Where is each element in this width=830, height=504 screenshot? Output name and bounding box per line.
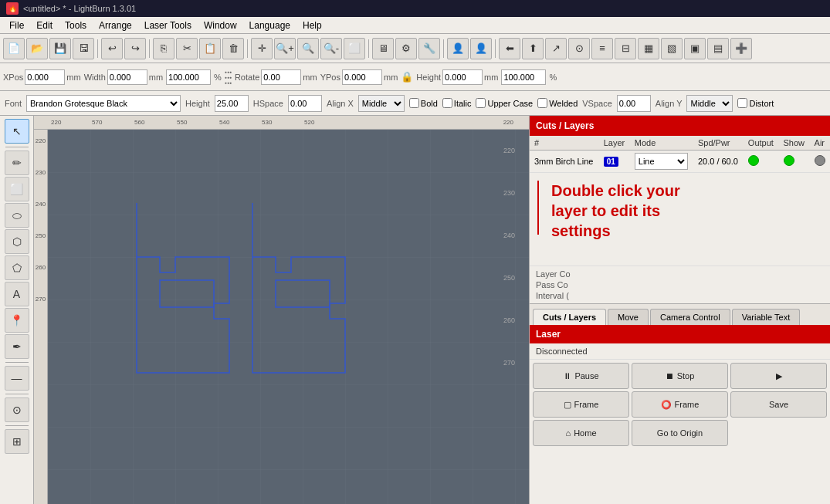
circle-tool-button[interactable]: ⊙ [5, 397, 29, 422]
point-tool-button[interactable]: 📍 [5, 308, 29, 333]
align-right-button[interactable]: ↗ [545, 38, 567, 59]
save-as-button[interactable]: 🖫 [73, 38, 94, 59]
font-height-input[interactable] [215, 95, 249, 112]
bold-checkbox[interactable] [409, 98, 419, 108]
pause-button[interactable]: ⏸ Pause [533, 363, 629, 389]
col-mode: Mode [630, 136, 693, 151]
mode-select[interactable]: Line Fill Offset Fill [635, 153, 688, 170]
save-button[interactable]: 💾 [49, 38, 71, 59]
height-input[interactable] [442, 69, 483, 85]
redo-button[interactable]: ↪ [124, 38, 146, 59]
line-tool-button[interactable]: — [5, 366, 29, 391]
upper-case-checkbox[interactable] [476, 98, 486, 108]
pause-icon: ⏸ [563, 371, 571, 381]
menu-laser-tools[interactable]: Laser Tools [138, 19, 198, 32]
menu-file[interactable]: File [3, 19, 30, 32]
align-left-button[interactable]: ⬅ [499, 38, 520, 59]
ungroup-button[interactable]: ▧ [661, 38, 683, 59]
add-layer-button[interactable]: ➕ [730, 38, 752, 59]
start-button[interactable]: ▶ [730, 363, 827, 389]
table-row[interactable]: 3mm Birch Line 01 Line Fill Offset Fill … [530, 151, 830, 173]
xpos-input[interactable] [25, 69, 65, 85]
rotate-label: Rotate [235, 73, 259, 82]
undo-button[interactable]: ↩ [101, 38, 123, 59]
hspace-input[interactable] [288, 95, 322, 112]
row-show [779, 151, 810, 173]
align-y-select[interactable]: Middle [686, 95, 733, 112]
rect-tool-button[interactable]: ⬜ [5, 177, 29, 201]
canvas[interactable]: 220 230 240 250 260 270 [48, 130, 529, 504]
align-center-button[interactable]: ⊙ [568, 38, 590, 59]
zoom-fit-button[interactable]: 🔍 [297, 38, 319, 59]
cut-button[interactable]: ✂ [176, 38, 198, 59]
col-show: Show [779, 136, 810, 151]
draw-tool-button[interactable]: ✏ [5, 151, 29, 175]
group-button[interactable]: ▦ [638, 38, 659, 59]
tab-camera-control[interactable]: Camera Control [650, 309, 730, 325]
menu-edit[interactable]: Edit [30, 19, 59, 32]
polygon-tool-button[interactable]: ⬡ [5, 229, 29, 254]
scale-y-input[interactable] [501, 69, 546, 85]
vspace-input[interactable] [617, 95, 651, 112]
align-top-button[interactable]: ⬆ [522, 38, 544, 59]
scale-x-input[interactable] [166, 69, 211, 85]
welded-checkbox[interactable] [537, 98, 547, 108]
ypos-input[interactable] [342, 69, 382, 85]
align-x-select[interactable]: Middle [358, 95, 405, 112]
union-button[interactable]: ▣ [684, 38, 706, 59]
italic-checkbox[interactable] [442, 98, 452, 108]
menu-language[interactable]: Language [243, 19, 296, 32]
frame-circle-button[interactable]: ⭕ Frame [632, 391, 728, 418]
titlebar: 🔥 <untitled> * - LightBurn 1.3.01 [0, 0, 830, 17]
distribute-v-button[interactable]: ⊟ [615, 38, 636, 59]
font-select[interactable]: Brandon Grotesque Black [26, 95, 181, 112]
user-button-2[interactable]: 👤 [470, 38, 492, 59]
select-frame-button[interactable]: ⬜ [344, 38, 365, 59]
save-file-button[interactable]: Save [730, 391, 827, 418]
star-tool-button[interactable]: ⬠ [5, 255, 29, 280]
go-to-origin-button[interactable]: Go to Origin [632, 420, 728, 446]
menu-tools[interactable]: Tools [59, 19, 93, 32]
move-tool-button[interactable]: ✛ [251, 38, 273, 59]
delete-button[interactable]: 🗑 [222, 38, 244, 59]
home-button[interactable]: ⌂ Home [533, 420, 629, 446]
menu-arrange[interactable]: Arrange [93, 19, 138, 32]
user-button-1[interactable]: 👤 [447, 38, 469, 59]
distort-checkbox[interactable] [737, 98, 747, 108]
layer-settings-bar: Layer Co Pass Co Interval ( [530, 266, 830, 303]
air-led[interactable] [815, 155, 825, 166]
preview-button[interactable]: 🖥 [372, 38, 394, 59]
show-led[interactable] [784, 155, 794, 166]
grid-button[interactable]: ⊞ [5, 429, 29, 454]
width-input[interactable] [107, 69, 147, 85]
distribute-h-button[interactable]: ≡ [591, 38, 613, 59]
bottom-tabs: Cuts / Layers Move Camera Control Variab… [530, 303, 830, 325]
main-area: ↖ ✏ ⬜ ⬭ ⬡ ⬠ A 📍 ✒ — ⊙ ⊞ 220 570 560 550 … [0, 116, 830, 504]
menu-help[interactable]: Help [296, 19, 328, 32]
tab-move[interactable]: Move [608, 309, 649, 325]
pen-tool-button[interactable]: ✒ [5, 334, 29, 359]
frame-outline-button[interactable]: ▢ Frame [533, 391, 629, 418]
ellipse-tool-button[interactable]: ⬭ [5, 203, 29, 228]
zoom-in-button[interactable]: 🔍+ [274, 38, 296, 59]
new-button[interactable]: 📄 [3, 38, 25, 59]
height-unit: mm [484, 73, 498, 82]
output-led[interactable] [748, 155, 759, 166]
menu-window[interactable]: Window [198, 19, 243, 32]
stop-button[interactable]: ⏹ Stop [632, 363, 728, 389]
settings-button[interactable]: ⚙ [395, 38, 417, 59]
open-button[interactable]: 📂 [26, 38, 48, 59]
tab-cuts-layers[interactable]: Cuts / Layers [533, 309, 606, 325]
text-tool-button[interactable]: A [5, 282, 29, 306]
select-tool-button[interactable]: ↖ [5, 119, 29, 144]
tools-button[interactable]: 🔧 [418, 38, 440, 59]
italic-label: Italic [454, 99, 472, 108]
lock-icon[interactable]: 🔒 [401, 71, 413, 83]
copy-button[interactable]: ⎘ [153, 38, 174, 59]
zoom-out-button[interactable]: 🔍- [320, 38, 342, 59]
rotate-input[interactable] [261, 69, 301, 85]
tab-variable-text[interactable]: Variable Text [732, 309, 801, 325]
paste-button[interactable]: 📋 [199, 38, 221, 59]
svg-text:230: 230 [503, 189, 515, 197]
subtract-button[interactable]: ▤ [707, 38, 729, 59]
